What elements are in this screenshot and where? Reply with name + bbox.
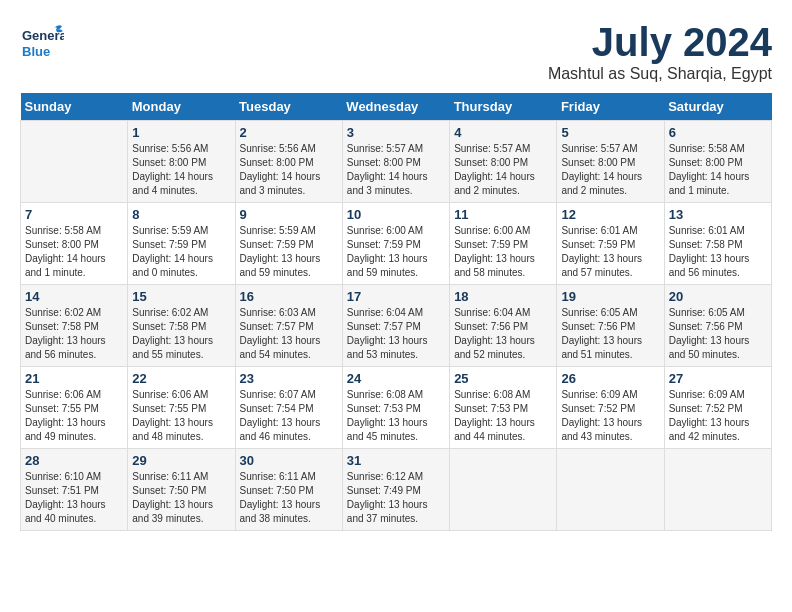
logo: General Blue bbox=[20, 20, 64, 64]
day-number: 12 bbox=[561, 207, 659, 222]
day-cell: 30Sunrise: 6:11 AM Sunset: 7:50 PM Dayli… bbox=[235, 449, 342, 531]
logo-icon: General Blue bbox=[20, 20, 64, 64]
day-info: Sunrise: 6:10 AM Sunset: 7:51 PM Dayligh… bbox=[25, 470, 123, 526]
page-container: General Blue July 2024 Mashtul as Suq, S… bbox=[20, 20, 772, 531]
day-number: 22 bbox=[132, 371, 230, 386]
day-number: 15 bbox=[132, 289, 230, 304]
day-info: Sunrise: 6:06 AM Sunset: 7:55 PM Dayligh… bbox=[25, 388, 123, 444]
day-number: 26 bbox=[561, 371, 659, 386]
day-number: 4 bbox=[454, 125, 552, 140]
day-info: Sunrise: 6:12 AM Sunset: 7:49 PM Dayligh… bbox=[347, 470, 445, 526]
day-cell: 5Sunrise: 5:57 AM Sunset: 8:00 PM Daylig… bbox=[557, 121, 664, 203]
day-number: 8 bbox=[132, 207, 230, 222]
day-number: 6 bbox=[669, 125, 767, 140]
day-number: 24 bbox=[347, 371, 445, 386]
day-number: 23 bbox=[240, 371, 338, 386]
day-number: 31 bbox=[347, 453, 445, 468]
day-info: Sunrise: 6:09 AM Sunset: 7:52 PM Dayligh… bbox=[561, 388, 659, 444]
day-number: 7 bbox=[25, 207, 123, 222]
header-saturday: Saturday bbox=[664, 93, 771, 121]
day-info: Sunrise: 5:57 AM Sunset: 8:00 PM Dayligh… bbox=[347, 142, 445, 198]
day-cell: 21Sunrise: 6:06 AM Sunset: 7:55 PM Dayli… bbox=[21, 367, 128, 449]
day-info: Sunrise: 6:04 AM Sunset: 7:56 PM Dayligh… bbox=[454, 306, 552, 362]
day-info: Sunrise: 5:56 AM Sunset: 8:00 PM Dayligh… bbox=[132, 142, 230, 198]
day-number: 21 bbox=[25, 371, 123, 386]
calendar-header: Sunday Monday Tuesday Wednesday Thursday… bbox=[21, 93, 772, 121]
day-info: Sunrise: 6:00 AM Sunset: 7:59 PM Dayligh… bbox=[454, 224, 552, 280]
day-cell: 14Sunrise: 6:02 AM Sunset: 7:58 PM Dayli… bbox=[21, 285, 128, 367]
svg-text:Blue: Blue bbox=[22, 44, 50, 59]
day-cell: 20Sunrise: 6:05 AM Sunset: 7:56 PM Dayli… bbox=[664, 285, 771, 367]
location-subtitle: Mashtul as Suq, Sharqia, Egypt bbox=[548, 65, 772, 83]
day-number: 3 bbox=[347, 125, 445, 140]
day-number: 14 bbox=[25, 289, 123, 304]
day-cell: 15Sunrise: 6:02 AM Sunset: 7:58 PM Dayli… bbox=[128, 285, 235, 367]
day-info: Sunrise: 6:05 AM Sunset: 7:56 PM Dayligh… bbox=[669, 306, 767, 362]
day-cell: 19Sunrise: 6:05 AM Sunset: 7:56 PM Dayli… bbox=[557, 285, 664, 367]
day-cell: 7Sunrise: 5:58 AM Sunset: 8:00 PM Daylig… bbox=[21, 203, 128, 285]
day-info: Sunrise: 6:07 AM Sunset: 7:54 PM Dayligh… bbox=[240, 388, 338, 444]
day-info: Sunrise: 6:05 AM Sunset: 7:56 PM Dayligh… bbox=[561, 306, 659, 362]
day-cell: 23Sunrise: 6:07 AM Sunset: 7:54 PM Dayli… bbox=[235, 367, 342, 449]
day-info: Sunrise: 5:56 AM Sunset: 8:00 PM Dayligh… bbox=[240, 142, 338, 198]
day-number: 11 bbox=[454, 207, 552, 222]
day-cell: 8Sunrise: 5:59 AM Sunset: 7:59 PM Daylig… bbox=[128, 203, 235, 285]
day-info: Sunrise: 6:00 AM Sunset: 7:59 PM Dayligh… bbox=[347, 224, 445, 280]
day-number: 9 bbox=[240, 207, 338, 222]
title-section: July 2024 Mashtul as Suq, Sharqia, Egypt bbox=[548, 20, 772, 83]
day-cell bbox=[557, 449, 664, 531]
day-cell: 3Sunrise: 5:57 AM Sunset: 8:00 PM Daylig… bbox=[342, 121, 449, 203]
header-tuesday: Tuesday bbox=[235, 93, 342, 121]
day-cell bbox=[664, 449, 771, 531]
day-number: 2 bbox=[240, 125, 338, 140]
day-info: Sunrise: 6:11 AM Sunset: 7:50 PM Dayligh… bbox=[132, 470, 230, 526]
day-info: Sunrise: 5:58 AM Sunset: 8:00 PM Dayligh… bbox=[669, 142, 767, 198]
month-year-title: July 2024 bbox=[548, 20, 772, 65]
day-number: 30 bbox=[240, 453, 338, 468]
calendar-table: Sunday Monday Tuesday Wednesday Thursday… bbox=[20, 93, 772, 531]
day-number: 25 bbox=[454, 371, 552, 386]
day-cell: 16Sunrise: 6:03 AM Sunset: 7:57 PM Dayli… bbox=[235, 285, 342, 367]
day-info: Sunrise: 5:57 AM Sunset: 8:00 PM Dayligh… bbox=[454, 142, 552, 198]
day-info: Sunrise: 6:01 AM Sunset: 7:59 PM Dayligh… bbox=[561, 224, 659, 280]
week-row-2: 14Sunrise: 6:02 AM Sunset: 7:58 PM Dayli… bbox=[21, 285, 772, 367]
day-cell: 24Sunrise: 6:08 AM Sunset: 7:53 PM Dayli… bbox=[342, 367, 449, 449]
day-cell: 29Sunrise: 6:11 AM Sunset: 7:50 PM Dayli… bbox=[128, 449, 235, 531]
day-info: Sunrise: 6:03 AM Sunset: 7:57 PM Dayligh… bbox=[240, 306, 338, 362]
day-number: 16 bbox=[240, 289, 338, 304]
day-number: 29 bbox=[132, 453, 230, 468]
day-cell: 31Sunrise: 6:12 AM Sunset: 7:49 PM Dayli… bbox=[342, 449, 449, 531]
day-info: Sunrise: 6:09 AM Sunset: 7:52 PM Dayligh… bbox=[669, 388, 767, 444]
day-cell: 2Sunrise: 5:56 AM Sunset: 8:00 PM Daylig… bbox=[235, 121, 342, 203]
day-number: 20 bbox=[669, 289, 767, 304]
day-cell: 26Sunrise: 6:09 AM Sunset: 7:52 PM Dayli… bbox=[557, 367, 664, 449]
header-thursday: Thursday bbox=[450, 93, 557, 121]
day-cell: 9Sunrise: 5:59 AM Sunset: 7:59 PM Daylig… bbox=[235, 203, 342, 285]
day-info: Sunrise: 5:57 AM Sunset: 8:00 PM Dayligh… bbox=[561, 142, 659, 198]
day-info: Sunrise: 6:08 AM Sunset: 7:53 PM Dayligh… bbox=[347, 388, 445, 444]
header-wednesday: Wednesday bbox=[342, 93, 449, 121]
day-cell: 13Sunrise: 6:01 AM Sunset: 7:58 PM Dayli… bbox=[664, 203, 771, 285]
day-number: 17 bbox=[347, 289, 445, 304]
day-info: Sunrise: 6:04 AM Sunset: 7:57 PM Dayligh… bbox=[347, 306, 445, 362]
day-info: Sunrise: 5:59 AM Sunset: 7:59 PM Dayligh… bbox=[132, 224, 230, 280]
day-number: 5 bbox=[561, 125, 659, 140]
day-info: Sunrise: 6:06 AM Sunset: 7:55 PM Dayligh… bbox=[132, 388, 230, 444]
day-cell bbox=[450, 449, 557, 531]
day-number: 10 bbox=[347, 207, 445, 222]
day-info: Sunrise: 5:58 AM Sunset: 8:00 PM Dayligh… bbox=[25, 224, 123, 280]
day-number: 19 bbox=[561, 289, 659, 304]
day-cell: 17Sunrise: 6:04 AM Sunset: 7:57 PM Dayli… bbox=[342, 285, 449, 367]
calendar-body: 1Sunrise: 5:56 AM Sunset: 8:00 PM Daylig… bbox=[21, 121, 772, 531]
day-info: Sunrise: 5:59 AM Sunset: 7:59 PM Dayligh… bbox=[240, 224, 338, 280]
day-cell: 27Sunrise: 6:09 AM Sunset: 7:52 PM Dayli… bbox=[664, 367, 771, 449]
day-cell: 4Sunrise: 5:57 AM Sunset: 8:00 PM Daylig… bbox=[450, 121, 557, 203]
day-info: Sunrise: 6:11 AM Sunset: 7:50 PM Dayligh… bbox=[240, 470, 338, 526]
week-row-3: 21Sunrise: 6:06 AM Sunset: 7:55 PM Dayli… bbox=[21, 367, 772, 449]
day-cell: 28Sunrise: 6:10 AM Sunset: 7:51 PM Dayli… bbox=[21, 449, 128, 531]
day-info: Sunrise: 6:08 AM Sunset: 7:53 PM Dayligh… bbox=[454, 388, 552, 444]
day-number: 27 bbox=[669, 371, 767, 386]
day-cell: 6Sunrise: 5:58 AM Sunset: 8:00 PM Daylig… bbox=[664, 121, 771, 203]
week-row-1: 7Sunrise: 5:58 AM Sunset: 8:00 PM Daylig… bbox=[21, 203, 772, 285]
header-friday: Friday bbox=[557, 93, 664, 121]
